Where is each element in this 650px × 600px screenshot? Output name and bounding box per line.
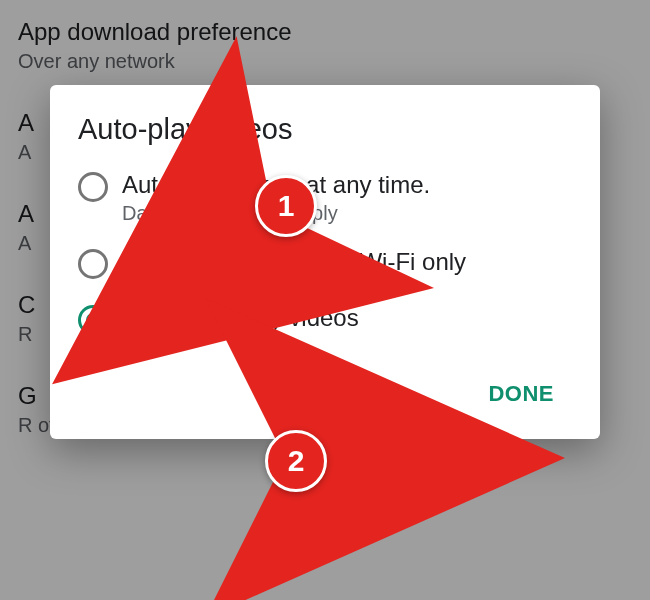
dialog-title: Auto-play videos	[78, 113, 572, 146]
option-label: Auto-play videos at any time.	[122, 170, 430, 200]
radio-icon	[78, 249, 108, 279]
option-sublabel: Data charges may apply	[122, 202, 430, 225]
autoplay-dialog: Auto-play videos Auto-play videos at any…	[50, 85, 600, 439]
option-text: Auto-play videos at any time. Data charg…	[122, 170, 430, 225]
radio-icon-selected	[78, 305, 108, 335]
option-label: Auto-play videos over Wi-Fi only	[122, 247, 466, 277]
dialog-actions: DONE	[78, 359, 572, 427]
option-label: Don't auto-play videos	[122, 303, 359, 333]
option-text: Auto-play videos over Wi-Fi only	[122, 247, 466, 277]
option-any-time[interactable]: Auto-play videos at any time. Data charg…	[78, 170, 572, 225]
option-text: Don't auto-play videos	[122, 303, 359, 333]
radio-icon	[78, 172, 108, 202]
option-dont-autoplay[interactable]: Don't auto-play videos	[78, 303, 572, 337]
done-button[interactable]: DONE	[474, 371, 568, 417]
option-wifi-only[interactable]: Auto-play videos over Wi-Fi only	[78, 247, 572, 281]
